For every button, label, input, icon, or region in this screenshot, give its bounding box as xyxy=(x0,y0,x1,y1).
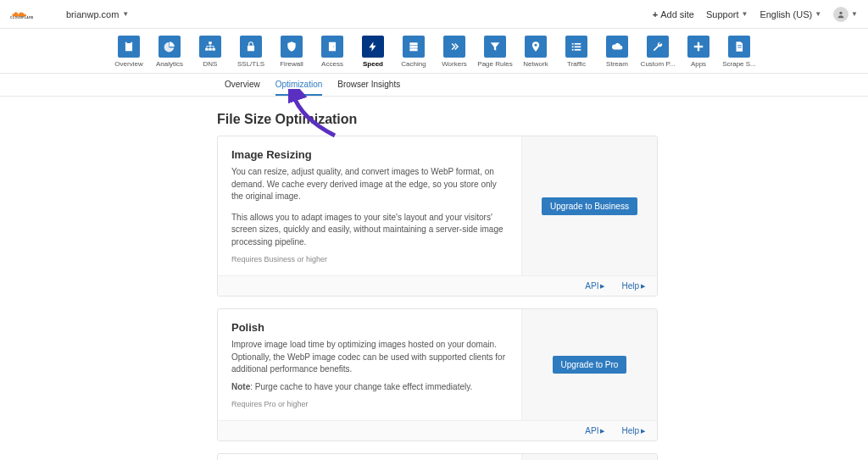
funnel-icon xyxy=(484,36,506,58)
nav-label: Caching xyxy=(396,60,431,68)
card-polish: Polish Improve image load time by optimi… xyxy=(217,308,658,441)
svg-rect-5 xyxy=(205,48,209,51)
language-menu[interactable]: English (US) ▼ xyxy=(760,9,821,19)
main-nav: OverviewAnalyticsDNSSSL/TLSFirewallAcces… xyxy=(0,29,868,74)
card-image-resizing: Image Resizing You can resize, adjust qu… xyxy=(217,136,658,297)
svg-rect-9 xyxy=(329,42,336,52)
svg-rect-11 xyxy=(409,42,417,45)
help-link[interactable]: Help▶ xyxy=(621,281,645,291)
support-menu[interactable]: Support ▼ xyxy=(706,9,748,19)
card-title: Polish xyxy=(231,321,508,334)
plus-icon: + xyxy=(653,9,658,19)
cloudflare-logo[interactable]: CLOUDFLARE xyxy=(10,8,51,19)
nav-label: Overview xyxy=(111,60,147,68)
svg-rect-15 xyxy=(572,43,574,45)
add-site-link[interactable]: + Add site xyxy=(653,9,694,19)
nav-label: SSL/TLS xyxy=(233,60,269,68)
card-auto-minify: Auto Minify Reduce the file size of sour… xyxy=(217,453,658,460)
tree-icon xyxy=(199,36,221,58)
requires-label: Requires Business or higher xyxy=(231,255,508,263)
svg-rect-7 xyxy=(212,48,215,51)
nav-overview[interactable]: Overview xyxy=(111,36,147,68)
nav-speed[interactable]: Speed xyxy=(355,36,391,68)
tab-browser-insights[interactable]: Browser Insights xyxy=(337,74,400,96)
svg-rect-18 xyxy=(575,46,581,47)
nav-label: Custom P... xyxy=(640,60,676,68)
clipboard-icon xyxy=(118,36,140,58)
help-link[interactable]: Help▶ xyxy=(621,426,645,435)
upgrade-to-pro-button[interactable]: Upgrade to Pro xyxy=(553,356,627,374)
api-link[interactable]: API▶ xyxy=(585,426,604,435)
svg-rect-2 xyxy=(125,42,132,52)
chevron-down-icon: ▼ xyxy=(122,10,129,18)
nav-workers[interactable]: Workers xyxy=(437,36,472,68)
nav-analytics[interactable]: Analytics xyxy=(152,36,187,68)
svg-text:CLOUDFLARE: CLOUDFLARE xyxy=(10,17,34,20)
plus-icon xyxy=(687,36,709,58)
nav-page-rules[interactable]: Page Rules xyxy=(477,36,513,68)
svg-rect-24 xyxy=(737,47,742,48)
chevron-down-icon: ▼ xyxy=(741,10,748,18)
nav-caching[interactable]: Caching xyxy=(396,36,431,68)
api-link[interactable]: API▶ xyxy=(585,281,604,291)
nav-firewall[interactable]: Firewall xyxy=(274,36,309,68)
card-description: This allows you to adapt images to your … xyxy=(231,212,508,249)
nav-label: Firewall xyxy=(274,60,309,68)
svg-point-14 xyxy=(535,44,537,47)
nav-dns[interactable]: DNS xyxy=(192,36,228,68)
tab-overview[interactable]: Overview xyxy=(225,74,260,96)
note: Note: Purge cache to have your change ta… xyxy=(231,381,508,394)
requires-label: Requires Pro or higher xyxy=(231,400,508,408)
nav-stream[interactable]: Stream xyxy=(599,36,635,68)
svg-rect-23 xyxy=(737,45,742,46)
avatar-icon xyxy=(833,7,849,22)
site-name: brianwp.com xyxy=(66,9,119,19)
nav-label: Workers xyxy=(437,60,472,68)
account-menu[interactable]: ▼ xyxy=(833,7,858,22)
nav-access[interactable]: Access xyxy=(314,36,350,68)
nav-custom-p-[interactable]: Custom P... xyxy=(640,36,676,68)
language-label: English (US) xyxy=(760,9,812,19)
page-icon xyxy=(728,36,750,58)
cloud-icon xyxy=(606,36,628,58)
nav-network[interactable]: Network xyxy=(518,36,554,68)
wrench-icon xyxy=(647,36,669,58)
nav-label: Access xyxy=(314,60,350,68)
nav-label: Stream xyxy=(599,60,635,68)
triangle-right-icon: ▶ xyxy=(641,428,645,435)
nav-label: Analytics xyxy=(152,60,187,68)
nav-label: Network xyxy=(518,60,554,68)
pin-icon xyxy=(525,36,547,58)
svg-rect-3 xyxy=(127,42,131,43)
upgrade-to-business-button[interactable]: Upgrade to Business xyxy=(542,197,637,215)
chevrons-icon xyxy=(443,36,465,58)
card-description: Improve image load time by optimizing im… xyxy=(231,339,508,376)
bolt-icon xyxy=(362,36,384,58)
chevron-down-icon: ▼ xyxy=(851,10,858,18)
chevron-down-icon: ▼ xyxy=(815,10,821,18)
svg-rect-16 xyxy=(575,43,581,45)
svg-rect-20 xyxy=(575,49,581,51)
nav-ssl-tls[interactable]: SSL/TLS xyxy=(233,36,269,68)
nav-traffic[interactable]: Traffic xyxy=(559,36,594,68)
nav-label: Page Rules xyxy=(477,60,513,68)
card-title: Image Resizing xyxy=(231,148,508,161)
nav-label: Apps xyxy=(681,60,716,68)
db-icon xyxy=(403,36,425,58)
tab-optimization[interactable]: Optimization xyxy=(275,74,323,96)
svg-rect-12 xyxy=(409,46,417,48)
triangle-right-icon: ▶ xyxy=(600,428,604,435)
triangle-right-icon: ▶ xyxy=(600,283,604,290)
nav-scrape-s-[interactable]: Scrape S... xyxy=(721,36,757,68)
svg-rect-6 xyxy=(209,48,212,51)
nav-apps[interactable]: Apps xyxy=(681,36,716,68)
door-icon xyxy=(321,36,343,58)
support-label: Support xyxy=(706,9,739,19)
triangle-right-icon: ▶ xyxy=(641,283,645,290)
site-selector[interactable]: brianwp.com ▼ xyxy=(66,9,129,19)
svg-rect-13 xyxy=(409,48,417,51)
svg-rect-22 xyxy=(694,46,704,47)
svg-rect-4 xyxy=(209,42,212,44)
svg-point-1 xyxy=(839,11,842,14)
nav-label: Traffic xyxy=(559,60,594,68)
